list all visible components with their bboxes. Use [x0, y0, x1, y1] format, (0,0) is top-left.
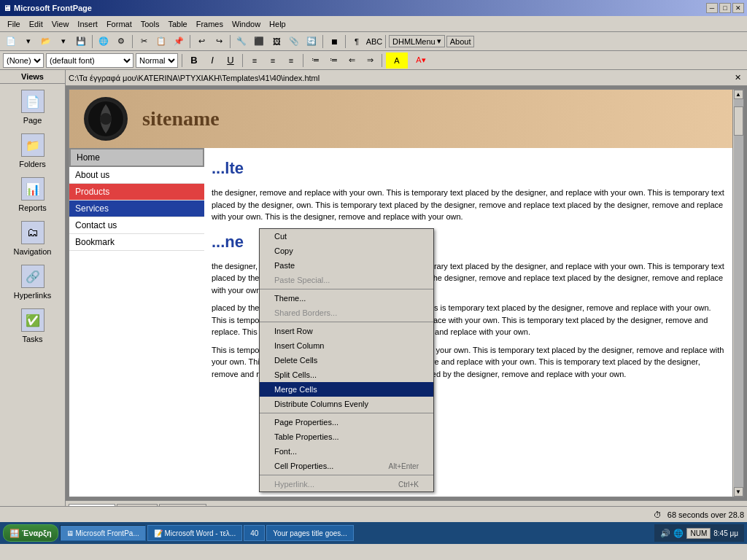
italic-button[interactable]: I — [204, 52, 220, 69]
menu-table[interactable]: Table — [163, 18, 191, 30]
menu-format[interactable]: Format — [102, 18, 136, 30]
numbered-list[interactable]: ≔ — [307, 52, 323, 69]
maximize-button[interactable]: □ — [719, 3, 731, 13]
nav-sidebar: Home About us Products Services Contact … — [69, 148, 204, 251]
nav-contact[interactable]: Contact us — [69, 217, 204, 234]
align-center[interactable]: ≡ — [265, 52, 281, 69]
view-navigation[interactable]: 🗂 Navigation — [0, 215, 65, 259]
scroll-thumb[interactable] — [734, 106, 743, 136]
paste-button[interactable]: 📌 — [171, 34, 187, 50]
start-button[interactable]: 🪟 Έναρξη — [3, 524, 58, 542]
ctx-copy[interactable]: Copy — [260, 244, 433, 258]
taskbar: 🪟 Έναρξη 🖥 Microsoft FrontPa... 📝 Micros… — [0, 522, 747, 544]
outdent[interactable]: ⇐ — [344, 52, 360, 69]
font-color-button[interactable]: A▾ — [410, 52, 432, 69]
style-select[interactable]: (None) — [3, 53, 44, 68]
minimize-button[interactable]: ─ — [706, 3, 718, 13]
taskbar-item-40[interactable]: 40 — [244, 525, 265, 541]
new-button[interactable]: 📄 — [3, 34, 19, 50]
copy-button[interactable]: 📋 — [153, 34, 169, 50]
menu-insert[interactable]: Insert — [73, 18, 102, 30]
font-select[interactable]: (default font) — [46, 53, 133, 68]
view-page-label: Page — [23, 116, 42, 125]
ctx-delete-cells[interactable]: Delete Cells — [260, 353, 433, 368]
menu-bar: File Edit View Insert Format Tools Table… — [0, 16, 747, 32]
show-para[interactable]: ¶ — [349, 34, 365, 50]
bold-button[interactable]: B — [186, 52, 202, 69]
nav-about[interactable]: About us — [69, 167, 204, 184]
ctx-table-properties[interactable]: Table Properties... — [260, 429, 433, 444]
menu-tools[interactable]: Tools — [136, 18, 164, 30]
ctx-hyperlink-label: Hyperlink... — [274, 480, 314, 489]
publish-button[interactable]: 🌐 — [96, 34, 112, 50]
about-button[interactable]: About — [446, 36, 475, 47]
menu-edit[interactable]: Edit — [25, 18, 47, 30]
cut-button[interactable]: ✂ — [136, 34, 152, 50]
scroll-up-button[interactable]: ▲ — [734, 90, 743, 99]
tab-normal[interactable]: Normal — [69, 504, 115, 506]
toggle-button[interactable]: ⚙ — [113, 34, 129, 50]
align-right[interactable]: ≡ — [283, 52, 299, 69]
ctx-font[interactable]: Font... — [260, 444, 433, 459]
save-button[interactable]: 💾 — [73, 34, 89, 50]
ctx-insert-row[interactable]: Insert Row — [260, 324, 433, 338]
menu-file[interactable]: File — [3, 18, 25, 30]
spell-check[interactable]: ABC — [366, 34, 382, 50]
ctx-page-properties[interactable]: Page Properties... — [260, 415, 433, 429]
redo-button[interactable]: ↪ — [211, 34, 227, 50]
taskbar-word-icon: 📝 — [154, 529, 163, 537]
ctx-insert-column[interactable]: Insert Column — [260, 338, 433, 353]
ctx-merge-cells[interactable]: Merge Cells — [260, 382, 433, 397]
ctx-distribute-columns-label: Distribute Columns Evenly — [274, 400, 368, 408]
refresh[interactable]: 🔄 — [303, 34, 320, 50]
indent[interactable]: ⇒ — [362, 52, 378, 69]
view-tasks-label: Tasks — [22, 335, 42, 343]
bullet-list[interactable]: ≔ — [325, 52, 341, 69]
open-button[interactable]: 📂 — [38, 34, 54, 50]
view-reports[interactable]: 📊 Reports — [0, 171, 65, 215]
open-dropdown[interactable]: ▾ — [55, 34, 71, 50]
undo-button[interactable]: ↩ — [193, 34, 209, 50]
new-dropdown[interactable]: ▾ — [20, 34, 36, 50]
tasks-icon: ✅ — [21, 308, 44, 332]
insert-table[interactable]: ⬛ — [251, 34, 267, 50]
insert-image[interactable]: 🖼 — [268, 34, 285, 50]
view-hyperlinks[interactable]: 🔗 Hyperlinks — [0, 259, 65, 303]
tab-html[interactable]: HTML — [117, 504, 158, 506]
menu-frames[interactable]: Frames — [192, 18, 228, 30]
close-button[interactable]: ✕ — [732, 3, 744, 13]
main-area: Views 📄 Page 📁 Folders 📊 Reports 🗂 Navig… — [0, 70, 747, 506]
size-select[interactable]: Normal — [136, 53, 178, 68]
view-page[interactable]: 📄 Page — [0, 84, 65, 128]
ctx-theme[interactable]: Theme... — [260, 291, 433, 306]
menu-window[interactable]: Window — [228, 18, 265, 30]
tab-preview[interactable]: Preview — [159, 504, 206, 506]
underline-button[interactable]: U — [222, 52, 239, 69]
nav-products[interactable]: Products — [69, 184, 204, 201]
ctx-cell-properties[interactable]: Cell Properties... Alt+Enter — [260, 459, 433, 473]
nav-bookmark[interactable]: Bookmark — [69, 234, 204, 251]
ctx-paste[interactable]: Paste — [260, 258, 433, 273]
nav-home[interactable]: Home — [69, 148, 204, 167]
ctx-distribute-columns[interactable]: Distribute Columns Evenly — [260, 397, 433, 411]
ctx-split-cells[interactable]: Split Cells... — [260, 368, 433, 382]
app-title: Microsoft FrontPage — [14, 4, 92, 12]
close-tab-button[interactable]: ✕ — [732, 73, 744, 82]
stop-button[interactable]: ⏹ — [326, 34, 342, 50]
menu-help[interactable]: Help — [265, 18, 290, 30]
insert-file[interactable]: 📎 — [286, 34, 302, 50]
taskbar-item-word[interactable]: 📝 Microsoft Word - τελ... — [147, 525, 242, 541]
web-component[interactable]: 🔧 — [233, 34, 249, 50]
scroll-down-button[interactable]: ▼ — [734, 487, 743, 497]
view-tasks[interactable]: ✅ Tasks — [0, 303, 65, 346]
ctx-copy-label: Copy — [274, 246, 293, 255]
menu-view[interactable]: View — [47, 18, 74, 30]
dhtmlmenu-button[interactable]: DHMLMenu▾ — [389, 35, 445, 47]
view-folders[interactable]: 📁 Folders — [0, 128, 65, 171]
taskbar-item-pages[interactable]: Your pages title goes... — [266, 525, 353, 541]
align-left[interactable]: ≡ — [247, 52, 263, 69]
highlight-button[interactable]: A — [386, 52, 408, 69]
taskbar-item-frontpage[interactable]: 🖥 Microsoft FrontPa... — [60, 525, 146, 541]
ctx-cut[interactable]: Cut — [260, 229, 433, 244]
nav-services[interactable]: Services — [69, 201, 204, 217]
